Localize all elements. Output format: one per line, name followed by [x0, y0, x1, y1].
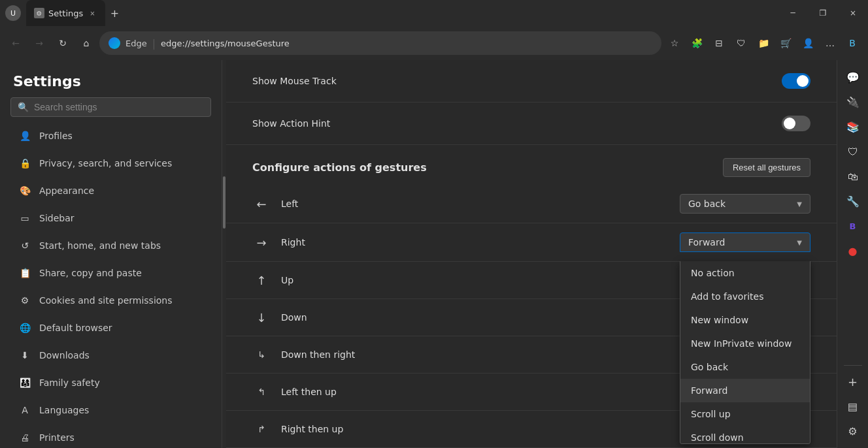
- split-screen-icon[interactable]: ⊟: [709, 33, 729, 54]
- bing-chat-icon[interactable]: B: [842, 33, 863, 54]
- sidebar-settings-icon[interactable]: ⚙: [841, 419, 865, 443]
- search-input[interactable]: [34, 102, 204, 112]
- tab-settings[interactable]: ⚙ Settings ×: [26, 0, 105, 26]
- sidebar-item-languages[interactable]: A Languages: [5, 397, 216, 423]
- right-up-gesture-name: Right then up: [281, 424, 669, 434]
- minimize-button[interactable]: ─: [778, 0, 808, 26]
- sidebar-item-sidebar[interactable]: ▭ Sidebar: [5, 205, 216, 231]
- bing-shopping-icon[interactable]: 🛒: [775, 33, 796, 54]
- shopping-sidebar-icon[interactable]: 🛍: [841, 165, 865, 188]
- sidebar-item-label: Start, home, and new tabs: [39, 240, 161, 251]
- sidebar-title: Settings: [0, 60, 222, 97]
- appearance-icon: 🎨: [18, 184, 31, 197]
- reading-view-sidebar-icon[interactable]: ▤: [841, 394, 865, 418]
- configure-section-title: Configure actions of gestures: [252, 161, 427, 174]
- sidebar-item-label: Profiles: [39, 131, 73, 141]
- search-icon: 🔍: [18, 102, 29, 112]
- address-text: edge://settings/mouseGesture: [161, 39, 652, 48]
- right-sidebar: 💬 🔌 📚 🛡 🛍 🔧 B ● + ▤ ⚙: [837, 60, 868, 448]
- dropdown-item-scroll-up[interactable]: Scroll up: [680, 402, 810, 426]
- extensions-icon[interactable]: 🧩: [686, 33, 707, 54]
- dropdown-item-no-action[interactable]: No action: [680, 261, 810, 285]
- show-mouse-track-toggle[interactable]: [782, 73, 810, 89]
- sidebar-item-default-browser[interactable]: 🌐 Default browser: [5, 315, 216, 341]
- back-button[interactable]: ←: [5, 33, 26, 54]
- dropdown-item-new-window[interactable]: New window: [680, 308, 810, 332]
- left-gesture-icon: ←: [252, 195, 271, 213]
- restore-button[interactable]: ❐: [808, 0, 838, 26]
- family-safety-icon: 👨‍👩‍👧: [18, 376, 31, 389]
- down-right-gesture-icon: ↳: [252, 345, 271, 364]
- right-sidebar-divider: [844, 365, 862, 366]
- dropdown-item-go-back[interactable]: Go back: [680, 355, 810, 379]
- default-browser-icon: 🌐: [18, 321, 31, 334]
- tools-sidebar-icon[interactable]: 🔧: [841, 189, 865, 213]
- reset-all-gestures-button[interactable]: Reset all gestures: [723, 158, 810, 177]
- sidebar-item-start-home[interactable]: ↺ Start, home, and new tabs: [5, 232, 216, 259]
- tab-group: ⚙ Settings × +: [26, 0, 124, 26]
- sidebar-icon: ▭: [18, 212, 31, 225]
- sidebar-item-profiles[interactable]: 👤 Profiles: [5, 123, 216, 149]
- browser-essentials-sidebar-icon[interactable]: 🛡: [841, 140, 865, 163]
- scrollbar-thumb[interactable]: [223, 176, 225, 229]
- left-gesture-dropdown[interactable]: Go back ▼: [680, 194, 810, 214]
- cookies-icon: ⚙: [18, 294, 31, 307]
- main-layout: Settings 🔍 👤 Profiles 🔒 Privacy, search,…: [0, 60, 868, 448]
- collections-icon[interactable]: 📁: [753, 33, 774, 54]
- up-gesture-icon: ↑: [252, 271, 271, 289]
- tab-close-button[interactable]: ×: [87, 8, 97, 18]
- toggle-knob: [797, 75, 809, 87]
- dropdown-item-new-inprivate[interactable]: New InPrivate window: [680, 332, 810, 355]
- collections-sidebar-icon[interactable]: 📚: [841, 115, 865, 138]
- red-circle-sidebar-icon[interactable]: ●: [841, 239, 865, 263]
- show-action-hint-row: Show Action Hint: [226, 103, 837, 145]
- forward-button[interactable]: →: [29, 33, 50, 54]
- left-up-gesture-icon: ↰: [252, 383, 271, 401]
- more-tools-icon[interactable]: …: [820, 33, 841, 54]
- browser-essentials-icon[interactable]: 🛡: [731, 33, 752, 54]
- show-mouse-track-label: Show Mouse Track: [252, 76, 337, 86]
- show-action-hint-label: Show Action Hint: [252, 118, 330, 129]
- close-button[interactable]: ×: [838, 0, 868, 26]
- sidebar-item-label: Privacy, search, and services: [39, 158, 172, 168]
- sidebar-item-appearance[interactable]: 🎨 Appearance: [5, 178, 216, 204]
- refresh-button[interactable]: ↻: [52, 33, 73, 54]
- edge-logo-icon: [108, 37, 120, 49]
- up-gesture-name: Up: [281, 275, 669, 285]
- new-tab-button[interactable]: +: [105, 4, 124, 22]
- favorites-icon[interactable]: ☆: [664, 33, 685, 54]
- sidebar-item-label: Sidebar: [39, 213, 75, 223]
- right-gesture-value: Forward: [688, 237, 725, 248]
- edge-brand-label: Edge: [125, 39, 147, 48]
- gesture-row-right: → Right Forward ▼ No action Add to favor…: [226, 223, 837, 262]
- down-gesture-icon: ↓: [252, 308, 271, 327]
- dropdown-item-add-favorites[interactable]: Add to favorites: [680, 285, 810, 308]
- profile-icon[interactable]: 👤: [797, 33, 818, 54]
- avatar[interactable]: U: [5, 5, 21, 21]
- show-action-hint-toggle[interactable]: [782, 116, 810, 131]
- sidebar-item-privacy[interactable]: 🔒 Privacy, search, and services: [5, 150, 216, 176]
- left-gesture-value: Go back: [688, 199, 726, 209]
- home-button[interactable]: ⌂: [76, 33, 97, 54]
- sidebar-item-downloads[interactable]: ⬇ Downloads: [5, 342, 216, 368]
- right-gesture-dropdown[interactable]: Forward ▼: [680, 232, 810, 252]
- gesture-row-left: ← Left Go back ▼: [226, 185, 837, 223]
- bing-chat-sidebar-icon[interactable]: 💬: [841, 65, 865, 89]
- sidebar-item-cookies[interactable]: ⚙ Cookies and site permissions: [5, 287, 216, 313]
- address-divider: |: [152, 37, 156, 50]
- sidebar-item-label: Family safety: [39, 377, 100, 388]
- titlebar-controls: ─ ❐ ×: [778, 0, 868, 26]
- sidebar-item-label: Share, copy and paste: [39, 268, 142, 278]
- down-gesture-name: Down: [281, 312, 669, 323]
- search-box[interactable]: 🔍: [10, 97, 211, 117]
- add-to-sidebar-button[interactable]: +: [841, 370, 865, 393]
- profiles-icon: 👤: [18, 129, 31, 142]
- more-sidebar-icon[interactable]: B: [841, 214, 865, 238]
- sidebar-item-printers[interactable]: 🖨 Printers: [5, 424, 216, 448]
- address-bar[interactable]: Edge | edge://settings/mouseGesture: [99, 31, 661, 55]
- extensions-sidebar-icon[interactable]: 🔌: [841, 90, 865, 114]
- dropdown-item-scroll-down[interactable]: Scroll down: [680, 426, 810, 444]
- dropdown-item-forward[interactable]: Forward: [680, 379, 810, 402]
- sidebar-item-share-copy[interactable]: 📋 Share, copy and paste: [5, 260, 216, 286]
- sidebar-item-family-safety[interactable]: 👨‍👩‍👧 Family safety: [5, 370, 216, 396]
